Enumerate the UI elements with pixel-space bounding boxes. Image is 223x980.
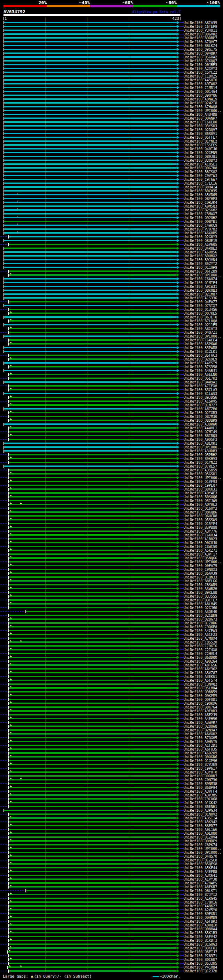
alignment-bar[interactable] xyxy=(4,75,176,77)
hit-label[interactable]: UniRef100_C9NQX3 xyxy=(184,568,217,571)
alignment-bar[interactable] xyxy=(4,60,176,62)
alignment-bar[interactable] xyxy=(9,607,176,608)
hit-label[interactable]: UniRef100_C5YCZ2 xyxy=(184,71,217,75)
hit-label[interactable]: UniRef100_A8T6S6 xyxy=(184,663,217,667)
alignment-bar[interactable] xyxy=(4,167,176,169)
hit-label[interactable]: UniRef100_B6BDQ0 xyxy=(184,655,217,659)
alignment-bar[interactable] xyxy=(4,156,176,157)
alignment-bar[interactable] xyxy=(9,270,176,272)
hit-label[interactable]: UniRef100_C9Q6E8 xyxy=(184,625,217,629)
alignment-bar[interactable] xyxy=(9,737,176,738)
hit-label[interactable]: UniRef100_A4EH56 xyxy=(184,717,217,721)
hit-label[interactable]: UniRef100_C6XLH0 xyxy=(184,120,217,124)
hit-label[interactable]: UniRef100_A9IW31 xyxy=(184,285,217,288)
hit-label[interactable]: UniRef100_A3WB26 xyxy=(184,587,217,591)
alignment-bar[interactable] xyxy=(4,251,176,253)
alignment-bar[interactable] xyxy=(9,649,176,651)
hit-label[interactable]: UniRef100_B5ZYT2 xyxy=(184,262,217,266)
alignment-bar[interactable] xyxy=(9,511,176,513)
alignment-bar[interactable] xyxy=(4,221,176,222)
alignment-bar[interactable] xyxy=(9,320,176,321)
hit-label[interactable]: UniRef100_Q8UE15 xyxy=(184,239,217,243)
alignment-bar[interactable] xyxy=(4,79,176,81)
alignment-bar[interactable] xyxy=(9,504,176,505)
hit-label[interactable]: UniRef100_C9VTW3 xyxy=(184,174,217,178)
hit-label[interactable]: UniRef100_B3QBY3 xyxy=(184,159,217,162)
hit-label[interactable]: UniRef100_A0NWI9 xyxy=(184,97,217,101)
alignment-bar[interactable] xyxy=(9,496,176,498)
hit-label[interactable]: UniRef100_B6JET0 xyxy=(184,315,217,319)
alignment-bar[interactable] xyxy=(9,485,176,486)
hit-label[interactable]: UniRef100_A9L1W6 xyxy=(184,828,217,832)
hit-label[interactable]: UniRef100_Q134S6 xyxy=(184,308,217,312)
hit-label[interactable]: UniRef100_C9T6W7 xyxy=(184,178,217,181)
hit-label[interactable]: UniRef100_Q2IXR3 xyxy=(184,411,217,415)
alignment-bar[interactable] xyxy=(4,133,176,134)
alignment-bar[interactable] xyxy=(4,290,176,291)
alignment-bar[interactable] xyxy=(9,569,176,570)
hit-label[interactable]: UniRef100_UPI000.. xyxy=(184,560,221,564)
hit-label[interactable]: UniRef100_A7H4P5 xyxy=(184,881,217,885)
alignment-bar[interactable] xyxy=(9,592,176,593)
hit-label[interactable]: UniRef100_Q0G7H8 xyxy=(184,166,217,170)
alignment-bar[interactable] xyxy=(9,431,176,433)
hit-label[interactable]: UniRef100_A5F5T4 xyxy=(184,679,217,682)
hit-label[interactable]: UniRef100_A6D209 xyxy=(184,751,217,755)
alignment-bar[interactable] xyxy=(9,825,176,826)
alignment-bar[interactable] xyxy=(9,584,176,585)
alignment-bar[interactable] xyxy=(4,106,176,107)
alignment-bar[interactable] xyxy=(9,787,176,788)
alignment-bar[interactable] xyxy=(9,714,176,716)
alignment-bar[interactable] xyxy=(9,500,176,501)
alignment-bar[interactable] xyxy=(4,408,176,409)
hit-label[interactable]: UniRef100_C1DXZ5 xyxy=(184,75,217,78)
alignment-bar[interactable] xyxy=(9,343,176,345)
alignment-bar[interactable] xyxy=(9,397,176,398)
alignment-bar[interactable] xyxy=(4,286,176,287)
hit-label[interactable]: UniRef100_Q2GJ60 xyxy=(184,606,217,610)
hit-label[interactable]: UniRef100_A5CF23 xyxy=(184,633,217,636)
alignment-bar[interactable] xyxy=(9,687,176,689)
alignment-bar[interactable] xyxy=(9,806,176,807)
alignment-bar[interactable] xyxy=(9,519,176,520)
alignment-bar[interactable] xyxy=(4,37,176,38)
hit-label[interactable]: UniRef100_B0UHX2 xyxy=(184,254,217,258)
alignment-bar[interactable] xyxy=(9,970,176,972)
hit-label[interactable]: UniRef100_UPI000.. xyxy=(184,476,221,480)
alignment-bar[interactable] xyxy=(4,198,176,199)
hit-label[interactable]: UniRef100_B9RBP7 xyxy=(184,36,217,40)
alignment-bar[interactable] xyxy=(9,527,176,528)
alignment-bar[interactable] xyxy=(4,232,176,234)
alignment-bar[interactable] xyxy=(4,52,176,54)
alignment-bar[interactable] xyxy=(9,963,176,964)
alignment-bar[interactable] xyxy=(9,573,176,574)
alignment-bar[interactable] xyxy=(9,477,176,478)
alignment-bar[interactable] xyxy=(9,722,176,723)
alignment-bar[interactable] xyxy=(4,209,176,211)
hit-label[interactable]: UniRef100_Q088A4 xyxy=(184,927,217,931)
alignment-bar[interactable] xyxy=(9,798,176,800)
alignment-bar[interactable] xyxy=(4,148,176,150)
hit-label[interactable]: UniRef100_Q5GSU1 xyxy=(184,472,217,476)
hit-label[interactable]: UniRef100_A2V5Y0 xyxy=(184,908,217,912)
hit-label[interactable]: UniRef100_B5FAC3 xyxy=(184,353,217,357)
alignment-bar[interactable] xyxy=(4,370,176,371)
hit-label[interactable]: UniRef100_C6AUZ4 xyxy=(184,277,217,281)
alignment-bar[interactable] xyxy=(4,450,176,452)
hit-label[interactable]: UniRef100_A6FUJ5 xyxy=(184,748,217,751)
hit-label[interactable]: UniRef100_C8PK74 xyxy=(184,843,217,847)
alignment-bar[interactable] xyxy=(9,439,176,440)
alignment-bar[interactable] xyxy=(4,140,176,142)
hit-label[interactable]: UniRef100_Q8KQB6 xyxy=(184,510,217,514)
hit-label[interactable]: UniRef100_A3K942 xyxy=(184,820,217,824)
hit-label[interactable]: UniRef100_Q40IJ0 xyxy=(184,147,217,151)
alignment-bar[interactable] xyxy=(4,351,176,352)
alignment-bar[interactable] xyxy=(4,381,176,383)
hit-label[interactable]: UniRef100_A7HWQ8 xyxy=(184,105,217,109)
hit-label[interactable]: UniRef100_A4BK27 xyxy=(184,904,217,908)
alignment-bar[interactable] xyxy=(9,588,176,589)
alignment-bar[interactable] xyxy=(9,366,176,368)
hit-label[interactable]: UniRef100_B3PB88 xyxy=(184,526,217,530)
alignment-bar[interactable] xyxy=(9,817,176,819)
alignment-bar[interactable] xyxy=(9,542,176,543)
